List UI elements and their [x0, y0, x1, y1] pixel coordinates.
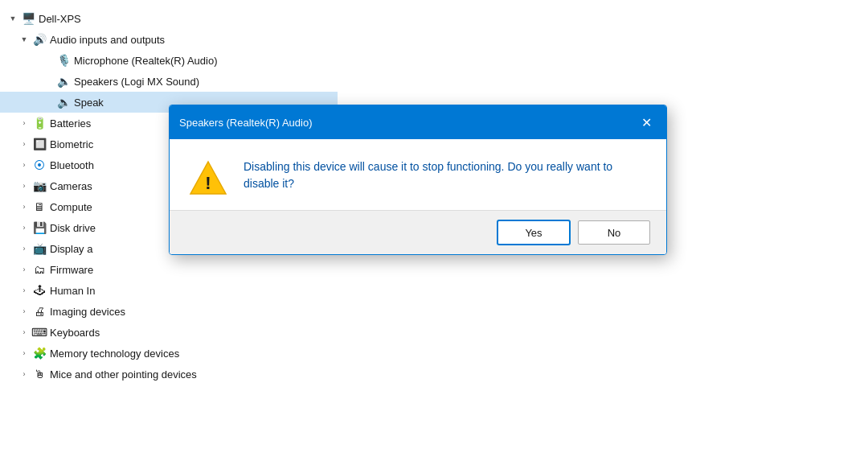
- camera-icon: 📷: [32, 179, 47, 193]
- tree-item-audio[interactable]: ▼ 🔊 Audio inputs and outputs: [0, 29, 338, 50]
- tree-label: Dell-XPS: [39, 13, 81, 25]
- svg-text:!: !: [205, 173, 211, 193]
- expand-icon: ›: [18, 284, 31, 297]
- expand-icon: ›: [18, 221, 31, 234]
- expand-icon: ›: [18, 368, 31, 381]
- warning-icon: !: [189, 158, 227, 197]
- yes-button[interactable]: Yes: [497, 220, 570, 245]
- dialog-title: Speakers (Realtek(R) Audio): [179, 117, 312, 129]
- human-icon: 🕹: [32, 283, 47, 298]
- computer-icon: 🖥️: [21, 11, 35, 26]
- expand-icon: [42, 54, 55, 67]
- tree-label: Cameras: [50, 180, 92, 192]
- bluetooth-icon: ⦿: [32, 158, 47, 172]
- tree-label: Imaging devices: [50, 306, 125, 318]
- tree-label: Display a: [50, 243, 92, 255]
- dialog-message: Disabling this device will cause it to s…: [244, 158, 647, 192]
- tree-label: Mice and other pointing devices: [50, 368, 197, 381]
- expand-icon: ›: [18, 242, 31, 255]
- tree-item-imaging[interactable]: › 🖨 Imaging devices: [0, 301, 338, 322]
- expand-icon: ›: [18, 326, 31, 339]
- tree-item-mice[interactable]: › 🖱 Mice and other pointing devices: [0, 364, 338, 385]
- audio-icon: 🔊: [32, 32, 47, 47]
- expand-icon: ›: [18, 179, 31, 192]
- confirm-dialog: Speakers (Realtek(R) Audio) ✕ ! Disablin…: [169, 105, 667, 255]
- disk-icon: 💾: [32, 220, 47, 235]
- expand-icon: ›: [18, 347, 31, 360]
- no-button[interactable]: No: [578, 220, 650, 245]
- tree-item-keyboards[interactable]: › ⌨ Keyboards: [0, 322, 338, 343]
- battery-icon: 🔋: [32, 116, 47, 130]
- tree-item-microphone[interactable]: 🎙️ Microphone (Realtek(R) Audio): [0, 50, 338, 71]
- tree-label: Speak: [74, 97, 104, 109]
- tree-label: Compute: [50, 201, 92, 213]
- speaker-icon: 🔈: [56, 95, 71, 109]
- expand-icon: ›: [18, 158, 31, 171]
- mic-icon: 🎙️: [56, 53, 71, 68]
- tree-label: Disk drive: [50, 222, 96, 234]
- device-manager: ▼ 🖥️ Dell-XPS ▼ 🔊 Audio inputs and outpu…: [0, 0, 868, 469]
- tree-item-dell-xps[interactable]: ▼ 🖥️ Dell-XPS: [0, 8, 338, 29]
- tree-label: Bluetooth: [50, 159, 94, 171]
- expand-icon: ›: [18, 138, 31, 150]
- dialog-footer: Yes No: [170, 210, 666, 254]
- dialog-close-button[interactable]: ✕: [636, 112, 657, 133]
- tree-label: Speakers (Logi MX Sound): [74, 76, 199, 88]
- expand-icon: ›: [18, 263, 31, 276]
- display-icon: 📺: [32, 241, 47, 256]
- expand-icon: ›: [18, 200, 31, 213]
- expand-icon: [42, 75, 55, 88]
- imaging-icon: 🖨: [32, 304, 47, 319]
- expand-icon: [42, 96, 55, 109]
- tree-item-firmware[interactable]: › 🗂 Firmware: [0, 259, 338, 280]
- tree-item-speakers-logi[interactable]: 🔈 Speakers (Logi MX Sound): [0, 71, 338, 92]
- dialog-body: ! Disabling this device will cause it to…: [170, 139, 666, 210]
- expand-icon: ▼: [18, 33, 31, 46]
- tree-label: Audio inputs and outputs: [50, 34, 165, 46]
- biometric-icon: 🔲: [32, 137, 47, 151]
- tree-label: Human In: [50, 285, 95, 297]
- tree-label: Biometric: [50, 138, 93, 150]
- tree-label: Microphone (Realtek(R) Audio): [74, 55, 217, 67]
- tree-label: Keyboards: [50, 327, 100, 339]
- tree-item-memory[interactable]: › 🧩 Memory technology devices: [0, 343, 338, 364]
- firmware-icon: 🗂: [32, 262, 47, 277]
- keyboard-icon: ⌨: [32, 325, 47, 339]
- tree-item-human[interactable]: › 🕹 Human In: [0, 280, 338, 301]
- dialog-titlebar: Speakers (Realtek(R) Audio) ✕: [170, 105, 666, 139]
- mouse-icon: 🖱: [32, 367, 47, 381]
- expand-icon: ›: [18, 117, 31, 130]
- tree-label: Memory technology devices: [50, 348, 179, 360]
- expand-icon: ▼: [6, 12, 19, 25]
- tree-label: Firmware: [50, 264, 93, 276]
- computer2-icon: 🖥: [32, 200, 47, 214]
- memory-icon: 🧩: [32, 346, 47, 360]
- tree-label: Batteries: [50, 117, 91, 130]
- speaker-icon: 🔈: [56, 74, 71, 88]
- expand-icon: ›: [18, 305, 31, 318]
